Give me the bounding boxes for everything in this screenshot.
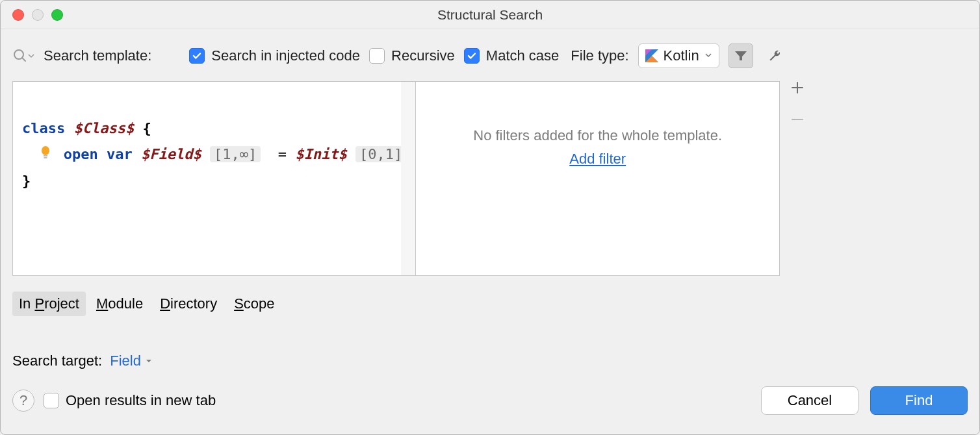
window-title: Structural Search <box>1 7 979 23</box>
filter-side-buttons <box>785 72 810 276</box>
match-case-checkbox[interactable]: Match case <box>464 47 560 64</box>
recursive-checkbox[interactable]: Recursive <box>369 47 455 64</box>
checkbox-unchecked-icon <box>369 48 385 64</box>
match-case-label: Match case <box>486 47 560 64</box>
filters-panel: No filters added for the whole template.… <box>415 82 779 275</box>
filter-toggle-button[interactable] <box>729 44 753 68</box>
svg-point-5 <box>42 146 49 155</box>
scope-tab-project[interactable]: In Project <box>12 292 86 316</box>
scope-tabs: In Project Module Directory Scope <box>12 292 968 316</box>
range-field: [1,∞] <box>210 146 261 162</box>
svg-rect-6 <box>44 155 47 156</box>
chevron-down-icon <box>704 51 712 61</box>
help-button[interactable]: ? <box>12 390 34 412</box>
checkbox-checked-icon <box>464 48 480 64</box>
kotlin-icon <box>645 49 658 62</box>
remove-filter-button[interactable] <box>791 110 804 130</box>
search-target-value: Field <box>110 353 141 369</box>
open-new-tab-label: Open results in new tab <box>66 392 216 409</box>
main-row: class $Class$ { open var $Field$ [1,∞] =… <box>12 72 968 276</box>
window-controls <box>1 9 63 21</box>
scope-tab-scope[interactable]: Scope <box>227 292 281 316</box>
dialog-content: Search template: Search in injected code… <box>1 29 979 434</box>
file-type-combo[interactable]: Kotlin <box>638 44 719 68</box>
chevron-down-icon <box>145 357 153 365</box>
var-class: $Class$ <box>73 120 134 136</box>
add-filter-button[interactable] <box>791 79 804 99</box>
plus-icon <box>791 81 804 94</box>
close-window-button[interactable] <box>12 9 24 21</box>
cancel-button[interactable]: Cancel <box>761 386 858 415</box>
search-icon[interactable] <box>12 48 34 64</box>
add-filter-link[interactable]: Add filter <box>569 151 626 168</box>
tools-button[interactable] <box>762 44 787 68</box>
svg-line-1 <box>22 58 25 61</box>
injected-code-label: Search in injected code <box>211 47 360 64</box>
funnel-icon <box>734 49 748 63</box>
recursive-label: Recursive <box>391 47 455 64</box>
brace-close: } <box>22 173 31 189</box>
find-button[interactable]: Find <box>870 386 968 415</box>
zoom-window-button[interactable] <box>51 9 63 21</box>
search-target-row: Search target: Field <box>12 353 968 369</box>
structural-search-dialog: Structural Search Search template: Searc… <box>0 0 980 435</box>
titlebar: Structural Search <box>1 1 979 29</box>
intention-bulb-icon[interactable] <box>40 142 51 168</box>
file-type-value: Kotlin <box>664 47 699 64</box>
svg-rect-7 <box>44 157 47 158</box>
template-editor[interactable]: class $Class$ { open var $Field$ [1,∞] =… <box>13 82 415 275</box>
checkbox-checked-icon <box>189 48 205 64</box>
brace-open: { <box>142 120 151 136</box>
eq: = <box>278 146 287 162</box>
minimize-window-button[interactable] <box>32 9 44 21</box>
kw-open: open <box>64 146 98 162</box>
kw-class: class <box>22 120 65 136</box>
checkbox-unchecked-icon <box>44 393 59 408</box>
kw-var: var <box>107 146 133 162</box>
injected-code-checkbox[interactable]: Search in injected code <box>189 47 360 64</box>
question-icon: ? <box>19 392 27 409</box>
scope-tab-directory[interactable]: Directory <box>153 292 224 316</box>
minus-icon <box>791 113 804 126</box>
search-target-label: Search target: <box>12 353 102 369</box>
file-type-label: File type: <box>571 47 628 64</box>
bottom-row: ? Open results in new tab Cancel Find <box>12 386 968 415</box>
wrench-icon <box>767 48 782 64</box>
filters-empty-text: No filters added for the whole template. <box>473 127 722 144</box>
editor-scrollbar[interactable] <box>401 82 415 275</box>
toolbar: Search template: Search in injected code… <box>12 40 968 72</box>
scope-tab-module[interactable]: Module <box>90 292 149 316</box>
range-init: [0,1] <box>355 146 406 162</box>
var-init: $Init$ <box>295 146 346 162</box>
search-template-label: Search template: <box>44 47 151 64</box>
open-new-tab-checkbox[interactable]: Open results in new tab <box>44 392 216 409</box>
main-area: class $Class$ { open var $Field$ [1,∞] =… <box>12 81 780 276</box>
dialog-buttons: Cancel Find <box>761 386 968 415</box>
search-target-combo[interactable]: Field <box>110 353 153 369</box>
var-field: $Field$ <box>141 146 201 162</box>
